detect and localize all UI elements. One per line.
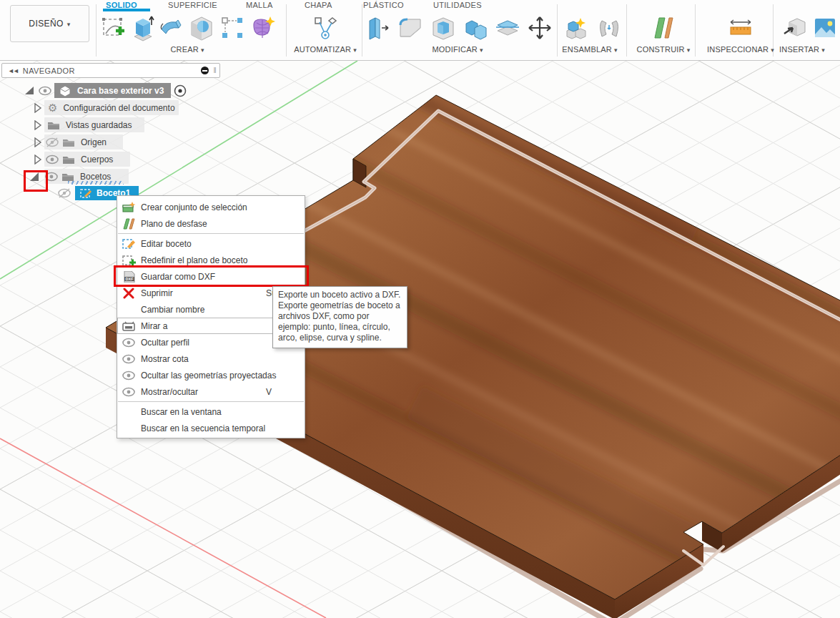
dxf-tooltip: Exporte un boceto activo a DXF. Exporte … bbox=[272, 286, 407, 348]
eye-icon bbox=[122, 386, 137, 398]
menu-item-show-hide[interactable]: Mostrar/ocultar V bbox=[117, 383, 305, 400]
display-settings-icon[interactable] bbox=[201, 67, 209, 74]
tab-chapa[interactable]: CHAPA bbox=[305, 1, 332, 9]
tree-label: Configuración del documento bbox=[63, 103, 174, 113]
group-label-inspeccionar[interactable]: INSPECCIONAR bbox=[707, 45, 774, 54]
sketch-icon bbox=[79, 187, 93, 200]
split-body-icon[interactable] bbox=[495, 15, 520, 42]
tab-superficie[interactable]: SUPERFICIE bbox=[168, 1, 217, 9]
combine-icon[interactable] bbox=[463, 15, 489, 42]
canvas-image-icon[interactable] bbox=[812, 15, 838, 42]
measure-icon[interactable] bbox=[728, 15, 753, 42]
gear-icon: ⚙ bbox=[48, 102, 57, 114]
create-form-icon[interactable] bbox=[249, 15, 275, 42]
top-toolbar: DISEÑO SOLIDO SUPERFICIE MALLA CHAPA PLÁ… bbox=[0, 0, 840, 61]
folder-icon bbox=[62, 154, 75, 165]
group-label-ensamblar[interactable]: ENSAMBLAR bbox=[562, 45, 617, 54]
eye-icon bbox=[122, 353, 137, 365]
tree-row-doc-settings[interactable]: ⚙ Configuración del documento bbox=[0, 100, 175, 115]
folder-icon bbox=[62, 137, 75, 147]
tab-utilidades[interactable]: UTILIDADES bbox=[433, 1, 482, 9]
annotation-box-save-dxf bbox=[114, 265, 309, 287]
tab-malla[interactable]: MALLA bbox=[246, 1, 273, 9]
menu-item-create-selection-set[interactable]: Crear conjunto de selección bbox=[117, 199, 305, 215]
eye-slash-icon[interactable] bbox=[57, 188, 71, 198]
active-tab-indicator bbox=[103, 9, 150, 11]
eye-icon bbox=[122, 337, 137, 348]
collapse-panel-icon[interactable]: ◄◄ bbox=[8, 67, 18, 74]
activate-radio-icon[interactable] bbox=[174, 84, 187, 97]
annotation-box-triangle bbox=[24, 170, 48, 192]
tree-row-bodies[interactable]: Cuerpos bbox=[0, 152, 113, 167]
edit-sketch-icon bbox=[122, 238, 137, 250]
construct-plane-icon[interactable] bbox=[651, 15, 676, 42]
group-label-insertar[interactable]: INSERTAR bbox=[779, 45, 825, 54]
document-root-item[interactable]: Cara base exterior v3 bbox=[54, 83, 171, 98]
fillet-icon[interactable] bbox=[397, 15, 423, 42]
eye-icon bbox=[122, 370, 137, 381]
group-label-construir[interactable]: CONSTRUIR bbox=[637, 45, 691, 54]
folder-icon bbox=[47, 120, 60, 130]
expand-arrow-icon[interactable] bbox=[34, 154, 42, 165]
look-at-icon bbox=[122, 320, 137, 332]
joint-icon[interactable] bbox=[596, 15, 622, 42]
expand-arrow-icon[interactable] bbox=[34, 137, 42, 147]
tree-label: Origen bbox=[81, 137, 107, 147]
expand-arrow-icon[interactable] bbox=[34, 120, 42, 130]
tree-row-root[interactable]: Cara base exterior v3 bbox=[0, 83, 187, 98]
new-component-icon[interactable] bbox=[565, 15, 591, 42]
design-menu-label: DISEÑO bbox=[29, 19, 63, 29]
menu-item-show-dimension[interactable]: Mostrar cota bbox=[117, 350, 305, 367]
group-label-modificar[interactable]: MODIFICAR bbox=[432, 45, 483, 54]
delete-x-icon bbox=[122, 288, 137, 299]
eye-slash-icon[interactable] bbox=[45, 137, 59, 147]
rectangular-pattern-icon[interactable] bbox=[219, 15, 245, 42]
folder-icon bbox=[61, 172, 74, 182]
panel-grip-icon[interactable]: ‖ bbox=[213, 67, 217, 74]
extrude-icon[interactable] bbox=[130, 15, 156, 42]
press-pull-icon[interactable] bbox=[366, 15, 392, 42]
menu-item-find-in-window[interactable]: Buscar en la ventana bbox=[117, 403, 305, 420]
group-label-automatizar[interactable]: AUTOMATIZAR bbox=[294, 45, 357, 54]
shell-icon[interactable] bbox=[430, 15, 456, 42]
chevron-down-icon bbox=[67, 19, 71, 29]
tree-label: Bocetos bbox=[80, 172, 111, 182]
eye-icon[interactable] bbox=[45, 154, 59, 165]
tree-label: Cuerpos bbox=[81, 154, 113, 165]
redefine-sketch-plane-icon bbox=[122, 255, 137, 266]
menu-item-offset-plane[interactable]: Plano de desfase bbox=[117, 215, 305, 232]
dxf-tooltip-text: Exporte un boceto activo a DXF. Exporte … bbox=[278, 290, 400, 343]
move-icon[interactable] bbox=[527, 15, 553, 42]
tree-row-origin[interactable]: Origen bbox=[0, 134, 107, 149]
tree-row-sketches[interactable]: Bocetos bbox=[0, 169, 111, 184]
hole-icon[interactable] bbox=[189, 15, 214, 42]
document-root-label: Cara base exterior v3 bbox=[77, 86, 164, 96]
menu-item-find-in-timeline[interactable]: Buscar en la secuencia temporal bbox=[117, 420, 305, 436]
navigator-header[interactable]: ◄◄ NAVEGADOR ‖ bbox=[1, 63, 220, 78]
automate-icon[interactable] bbox=[312, 15, 338, 42]
tree-row-saved-views[interactable]: Vistas guardadas bbox=[0, 117, 132, 132]
tab-plastico[interactable]: PLÁSTICO bbox=[363, 1, 404, 9]
revolve-icon[interactable] bbox=[159, 15, 184, 42]
navigator-title: NAVEGADOR bbox=[23, 67, 75, 75]
design-menu-button[interactable]: DISEÑO bbox=[10, 5, 89, 42]
expand-triangle-icon[interactable] bbox=[24, 85, 35, 97]
selection-set-icon bbox=[122, 202, 137, 213]
menu-shortcut: V bbox=[266, 387, 299, 397]
insert-derive-icon[interactable] bbox=[782, 15, 808, 42]
offset-plane-icon bbox=[122, 218, 137, 230]
expand-arrow-icon[interactable] bbox=[34, 103, 42, 113]
menu-item-hide-projected-geometry[interactable]: Ocultar las geometrías proyectadas bbox=[117, 367, 305, 383]
group-label-crear[interactable]: CREAR bbox=[170, 45, 204, 54]
menu-item-edit-sketch[interactable]: Editar boceto bbox=[117, 235, 305, 252]
tree-label: Vistas guardadas bbox=[66, 120, 132, 130]
drag-hatch-indicator bbox=[68, 181, 124, 185]
component-cube-icon bbox=[57, 84, 73, 98]
menu-separator bbox=[118, 233, 304, 234]
create-sketch-icon[interactable] bbox=[100, 15, 126, 42]
eye-icon[interactable] bbox=[38, 86, 52, 96]
menu-separator bbox=[118, 401, 304, 402]
